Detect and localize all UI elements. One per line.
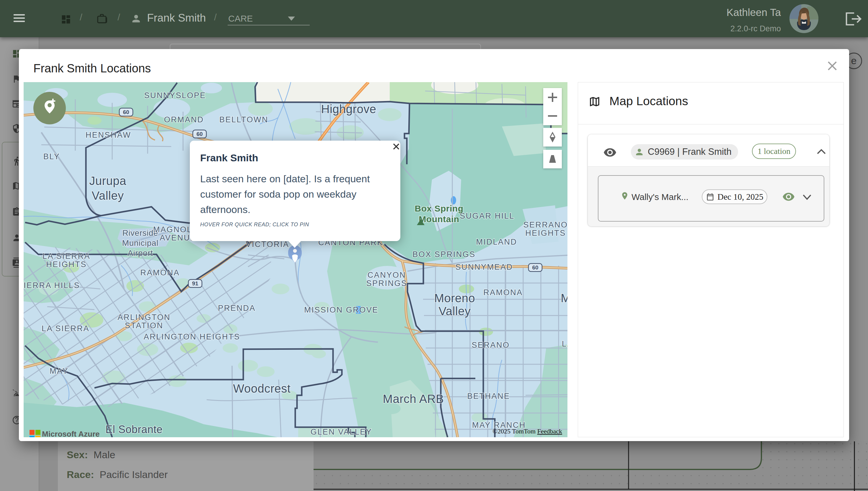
- svg-text:BLY: BLY: [43, 152, 60, 161]
- svg-text:LA SIERRA: LA SIERRA: [42, 324, 89, 333]
- svg-text:Woodcrest: Woodcrest: [233, 382, 291, 395]
- svg-text:MISSION GROVE: MISSION GROVE: [304, 306, 378, 314]
- svg-text:Frank Smith: Frank Smith: [200, 152, 258, 163]
- svg-text:ARLINGTON: ARLINGTON: [118, 313, 170, 322]
- svg-text:BELLTOWN: BELLTOWN: [219, 115, 268, 124]
- svg-text:STATION: STATION: [125, 321, 163, 330]
- svg-text:VICTORIA: VICTORIA: [246, 240, 289, 249]
- svg-text:SPRINGS: SPRINGS: [366, 279, 407, 288]
- svg-text:HOVER FOR QUICK READ; CLICK TO: HOVER FOR QUICK READ; CLICK TO PIN: [200, 222, 309, 228]
- svg-text:RAMONA: RAMONA: [140, 268, 180, 277]
- svg-text:PRENDA: PRENDA: [218, 304, 256, 313]
- svg-text:ORMAND: ORMAND: [164, 115, 204, 124]
- svg-text:March ARB: March ARB: [383, 392, 444, 405]
- svg-text:Jurupa: Jurupa: [89, 174, 126, 187]
- svg-text:SUGAR HILL: SUGAR HILL: [460, 211, 515, 221]
- svg-text:afternoons.: afternoons.: [200, 204, 250, 215]
- svg-text:SERANO: SERANO: [471, 341, 509, 349]
- svg-text:Microsoft Azure: Microsoft Azure: [42, 430, 100, 437]
- svg-text:SERRANO: SERRANO: [523, 221, 567, 229]
- svg-text:SUNNYSLOPE: SUNNYSLOPE: [144, 91, 206, 100]
- svg-text:60: 60: [196, 131, 203, 137]
- svg-text:El Sobrante: El Sobrante: [105, 423, 163, 435]
- svg-text:SUNNYMEAD: SUNNYMEAD: [455, 263, 513, 271]
- svg-text:Last seen here on [date]. Is a: Last seen here on [date]. Is a frequent: [200, 173, 370, 184]
- svg-text:91: 91: [192, 280, 198, 287]
- svg-text:©2025 TomTom Feedback: ©2025 TomTom Feedback: [492, 428, 562, 435]
- svg-text:BOX SPRINGS: BOX SPRINGS: [412, 250, 476, 259]
- svg-text:customer for soda pop on weekd: customer for soda pop on weekday: [200, 189, 356, 200]
- svg-text:Municipal: Municipal: [122, 238, 159, 248]
- svg-text:MO: MO: [561, 292, 567, 305]
- svg-text:HEIGHTS: HEIGHTS: [525, 229, 566, 237]
- svg-text:ARLINGTON HEIGHTS: ARLINGTON HEIGHTS: [144, 333, 240, 341]
- svg-text:MAY: MAY: [50, 367, 68, 375]
- svg-text:Valley: Valley: [92, 189, 124, 202]
- svg-text:Box Spring: Box Spring: [414, 204, 463, 213]
- svg-text:HEIGHTS: HEIGHTS: [46, 260, 87, 269]
- svg-text:LA SIERRA HILLS: LA SIERRA HILLS: [24, 281, 80, 290]
- svg-text:Valley: Valley: [439, 305, 471, 318]
- svg-text:HENSHAW: HENSHAW: [86, 131, 131, 139]
- svg-text:LA: LA: [562, 340, 567, 348]
- svg-text:GLEN VALLEY: GLEN VALLEY: [311, 428, 372, 436]
- svg-text:LA SIERRA: LA SIERRA: [42, 252, 90, 261]
- svg-text:RAMONA: RAMONA: [483, 288, 523, 297]
- svg-text:MIDLAND: MIDLAND: [476, 237, 517, 247]
- svg-text:Moreno: Moreno: [434, 292, 475, 305]
- svg-text:Highgrove: Highgrove: [321, 103, 376, 116]
- svg-text:60: 60: [532, 264, 538, 270]
- svg-text:Mountain: Mountain: [418, 214, 459, 224]
- svg-text:BETHANE: BETHANE: [467, 392, 510, 401]
- svg-text:Airport: Airport: [128, 249, 153, 258]
- svg-text:Riverside: Riverside: [122, 228, 158, 237]
- svg-text:60: 60: [123, 109, 129, 115]
- svg-text:CANYON: CANYON: [368, 270, 406, 280]
